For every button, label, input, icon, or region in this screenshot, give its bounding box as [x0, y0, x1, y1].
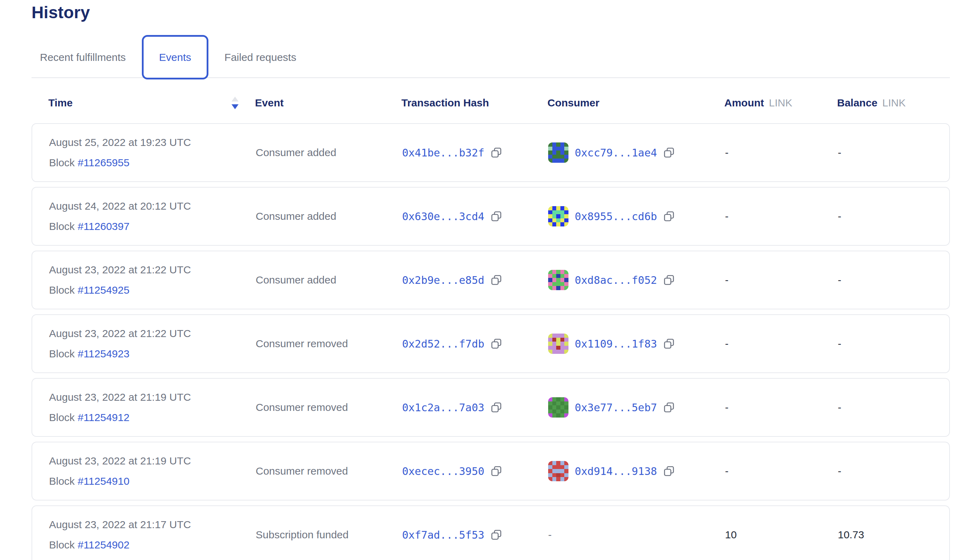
consumer-copy-button[interactable] — [663, 465, 675, 477]
consumer-address-link[interactable]: 0x3e77...5eb7 — [575, 402, 657, 414]
amount-cell: - — [725, 274, 838, 286]
event-type-label: Consumer added — [256, 274, 336, 286]
consumer-blockie-icon — [548, 333, 568, 354]
time-cell: August 23, 2022 at 21:22 UTC Block #1125… — [49, 328, 256, 359]
event-type-label: Consumer added — [256, 147, 336, 158]
transaction-hash-cell: 0x1c2a...7a03 — [402, 401, 548, 414]
copy-icon — [663, 401, 675, 414]
block-number-link[interactable]: #11260397 — [78, 220, 130, 232]
block-label: Block — [49, 284, 75, 296]
amount-cell: 10 — [725, 529, 838, 541]
time-cell: August 23, 2022 at 21:17 UTC Block #1125… — [49, 519, 256, 550]
consumer-address-link[interactable]: 0xd914...9138 — [575, 465, 657, 477]
consumer-copy-button[interactable] — [663, 210, 675, 223]
copy-icon — [490, 210, 503, 223]
copy-icon — [490, 401, 503, 414]
transaction-hash-link[interactable]: 0x2b9e...e85d — [402, 274, 485, 286]
event-timestamp: August 23, 2022 at 21:19 UTC — [49, 392, 191, 402]
block-label: Block — [49, 157, 75, 168]
consumer-blockie-icon — [548, 270, 568, 290]
transaction-hash-link[interactable]: 0x630e...3cd4 — [402, 210, 485, 223]
block-line: Block #11254925 — [49, 285, 130, 295]
transaction-copy-button[interactable] — [490, 146, 503, 159]
block-line: Block #11254910 — [49, 476, 130, 487]
transaction-copy-button[interactable] — [490, 210, 503, 223]
transaction-hash-cell: 0x2b9e...e85d — [402, 274, 548, 286]
transaction-hash-link[interactable]: 0x2d52...f7db — [402, 338, 485, 350]
copy-icon — [490, 465, 503, 477]
time-cell: August 25, 2022 at 19:23 UTC Block #1126… — [49, 137, 256, 168]
consumer-copy-button[interactable] — [663, 337, 675, 350]
balance-cell: - — [838, 210, 949, 222]
transaction-copy-button[interactable] — [490, 274, 503, 286]
transaction-hash-link[interactable]: 0xf7ad...5f53 — [402, 529, 485, 541]
column-header-consumer: Consumer — [547, 97, 724, 109]
amount-cell: - — [725, 147, 838, 158]
transaction-copy-button[interactable] — [490, 401, 503, 414]
consumer-copy-button[interactable] — [663, 401, 675, 414]
tab-label: Events — [159, 52, 191, 63]
table-row: August 23, 2022 at 21:19 UTC Block #1125… — [32, 442, 950, 500]
consumer-address-link[interactable]: 0xd8ac...f052 — [575, 274, 657, 286]
column-header-label: Consumer — [547, 97, 599, 109]
tab-recent-fulfillments[interactable]: Recent fulfillments — [32, 35, 134, 80]
amount-value: 10 — [725, 529, 737, 541]
event-type-label: Consumer removed — [256, 402, 348, 413]
balance-cell: - — [838, 274, 949, 286]
balance-value: - — [838, 274, 841, 286]
copy-icon — [663, 274, 675, 286]
transaction-hash-link[interactable]: 0x1c2a...7a03 — [402, 402, 485, 414]
consumer-copy-button[interactable] — [663, 274, 675, 286]
balance-value: - — [838, 338, 841, 350]
sort-descending-icon[interactable] — [231, 96, 239, 110]
transaction-copy-button[interactable] — [490, 528, 503, 541]
block-number-link[interactable]: #11265955 — [78, 157, 130, 168]
block-number-link[interactable]: #11254925 — [78, 284, 130, 296]
block-line: Block #11254912 — [49, 412, 130, 423]
table-row: August 25, 2022 at 19:23 UTC Block #1126… — [32, 123, 950, 182]
column-unit-label: LINK — [882, 97, 906, 109]
event-cell: Consumer added — [256, 274, 402, 286]
copy-icon — [490, 337, 503, 350]
consumer-cell: 0x8955...cd6b — [548, 206, 725, 227]
column-header-time[interactable]: Time — [48, 96, 255, 110]
transaction-copy-button[interactable] — [490, 337, 503, 350]
tab-events[interactable]: Events — [142, 35, 208, 80]
column-header-label: Transaction Hash — [401, 97, 489, 109]
balance-cell: - — [838, 147, 949, 158]
consumer-blockie-icon — [548, 397, 568, 418]
balance-cell: - — [838, 338, 949, 350]
consumer-address-link[interactable]: 0x8955...cd6b — [575, 210, 657, 223]
amount-cell: - — [725, 402, 838, 413]
transaction-hash-link[interactable]: 0xecec...3950 — [402, 465, 485, 477]
consumer-address-link[interactable]: 0x1109...1f83 — [575, 338, 657, 350]
tab-failed-requests[interactable]: Failed requests — [216, 35, 305, 80]
block-number-link[interactable]: #11254923 — [78, 348, 130, 360]
column-header-label: Time — [48, 97, 72, 109]
time-cell: August 23, 2022 at 21:19 UTC Block #1125… — [49, 456, 256, 487]
event-cell: Consumer removed — [256, 465, 402, 477]
block-label: Block — [49, 539, 75, 550]
consumer-address-link[interactable]: 0xcc79...1ae4 — [575, 147, 657, 159]
copy-icon — [663, 146, 675, 159]
table-row: August 24, 2022 at 20:12 UTC Block #1126… — [32, 187, 950, 246]
block-number-link[interactable]: #11254912 — [78, 412, 130, 423]
transaction-hash-link[interactable]: 0x41be...b32f — [402, 147, 485, 159]
balance-cell: 10.73 — [838, 529, 949, 541]
consumer-copy-button[interactable] — [663, 146, 675, 159]
consumer-cell: 0xd914...9138 — [548, 461, 725, 481]
balance-value: - — [838, 402, 841, 413]
table-row: August 23, 2022 at 21:19 UTC Block #1125… — [32, 378, 950, 437]
amount-cell: - — [725, 210, 838, 222]
table-header-row: Time Event Transaction Hash Consumer Amo… — [32, 88, 950, 118]
event-cell: Consumer added — [256, 210, 402, 222]
amount-value: - — [725, 210, 729, 222]
amount-value: - — [725, 338, 729, 350]
table-row: August 23, 2022 at 21:22 UTC Block #1125… — [32, 314, 950, 373]
table-row: August 23, 2022 at 21:22 UTC Block #1125… — [32, 251, 950, 309]
block-number-link[interactable]: #11254910 — [78, 475, 130, 487]
block-number-link[interactable]: #11254902 — [78, 539, 130, 550]
event-type-label: Consumer added — [256, 210, 336, 222]
transaction-copy-button[interactable] — [490, 465, 503, 477]
column-header-transaction-hash: Transaction Hash — [401, 97, 547, 109]
